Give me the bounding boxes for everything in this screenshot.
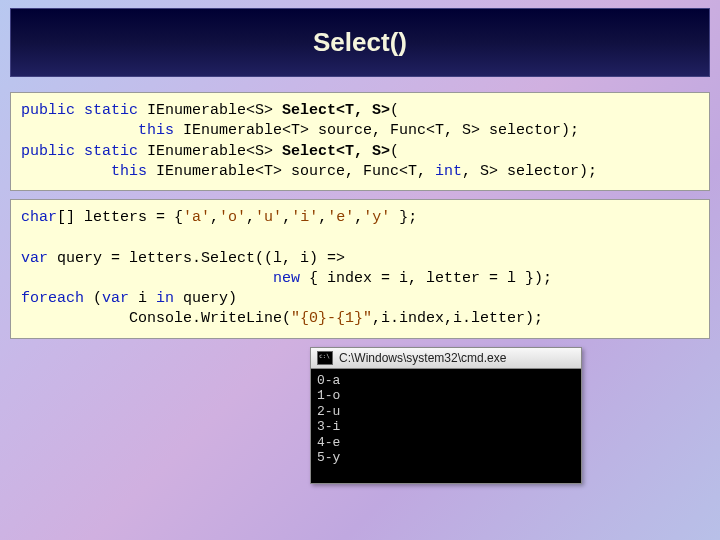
code-block-example: char[] letters = {'a','o','u','i','e','y… [10,199,710,339]
kw-in: in [156,290,174,307]
code-text: ( [84,290,102,307]
slide-header: Select() [10,8,710,77]
console-titlebar: C:\Windows\system32\cmd.exe [311,348,581,369]
char-literal: 'u' [255,209,282,226]
string-literal: "{0}-{1}" [291,310,372,327]
console-line: 5-y [317,450,340,465]
code-text: ( [390,102,399,119]
method-name: Select<T, S> [282,102,390,119]
code-indent [21,163,111,180]
kw-foreach: foreach [21,290,84,307]
kw-public: public [21,102,75,119]
code-text: , [210,209,219,226]
code-text: ,i.index,i.letter); [372,310,543,327]
console-line: 3-i [317,419,340,434]
console-output: 0-a 1-o 2-u 3-i 4-e 5-y [311,369,581,483]
code-text: Console.WriteLine( [21,310,291,327]
kw-new: new [273,270,300,287]
code-text: query) [174,290,237,307]
kw-int: int [435,163,462,180]
console-line: 4-e [317,435,340,450]
code-text: IEnumerable<S> [138,143,282,160]
code-text: IEnumerable<T> source, Func<T, [147,163,435,180]
code-text: IEnumerable<S> [138,102,282,119]
code-text: { index = i, letter = l }); [300,270,552,287]
kw-char: char [21,209,57,226]
code-text: , [282,209,291,226]
char-literal: 'y' [363,209,390,226]
code-indent [21,122,138,139]
code-block-signatures: public static IEnumerable<S> Select<T, S… [10,92,710,191]
console-line: 1-o [317,388,340,403]
slide-title: Select() [313,27,407,57]
console-line: 2-u [317,404,340,419]
code-text: query = letters.Select((l, i) => [48,250,345,267]
code-text: i [129,290,156,307]
code-indent [21,270,273,287]
char-literal: 'e' [327,209,354,226]
code-text: IEnumerable<T> source, Func<T, S> select… [174,122,579,139]
kw-static: static [75,143,138,160]
code-text: }; [390,209,417,226]
console-window: C:\Windows\system32\cmd.exe 0-a 1-o 2-u … [310,347,582,484]
cmd-icon [317,351,333,365]
kw-static: static [75,102,138,119]
char-literal: 'a' [183,209,210,226]
code-text: , [354,209,363,226]
console-title-text: C:\Windows\system32\cmd.exe [339,351,506,365]
kw-public: public [21,143,75,160]
code-text: , S> selector); [462,163,597,180]
console-line: 0-a [317,373,340,388]
kw-var: var [21,250,48,267]
kw-this: this [138,122,174,139]
code-text: ( [390,143,399,160]
char-literal: 'i' [291,209,318,226]
char-literal: 'o' [219,209,246,226]
blank-line [21,229,30,246]
kw-var: var [102,290,129,307]
method-name: Select<T, S> [282,143,390,160]
kw-this: this [111,163,147,180]
code-text: , [318,209,327,226]
code-text: [] letters = { [57,209,183,226]
code-text: , [246,209,255,226]
